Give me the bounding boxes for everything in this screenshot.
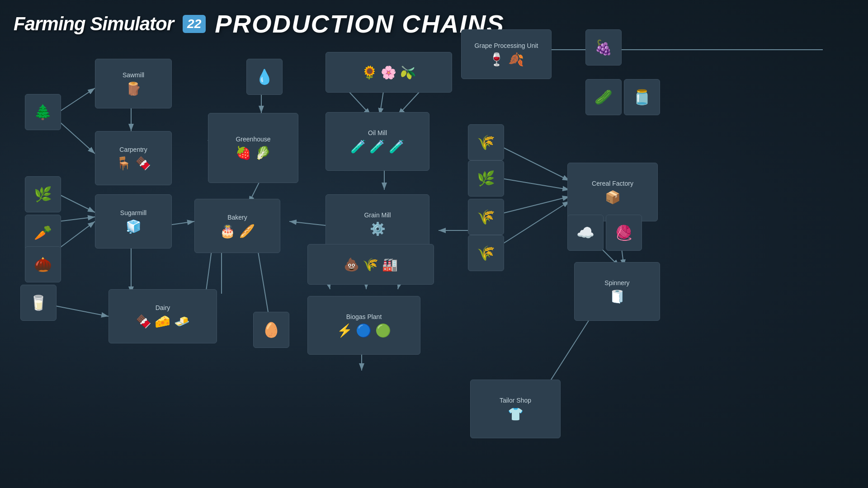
resource-egg: 🥚	[253, 312, 289, 348]
sawmill-icons: 🪵	[126, 81, 142, 96]
bakery-icons: 🎂 🥖	[220, 224, 255, 239]
resource-milk: 🥛	[20, 285, 57, 321]
sugarmill-label: Sugarmill	[120, 209, 146, 216]
grain-mill-label: Grain Mill	[364, 211, 391, 219]
node-greenhouse: Greenhouse 🍓 🥬	[208, 113, 298, 183]
oil-input-icons: 🌻 🌸 🫒	[362, 65, 416, 80]
version-badge: 22	[183, 15, 206, 33]
node-carpentry: Carpentry 🪑 🍫	[95, 131, 172, 185]
resource-grain2: 🌿	[468, 160, 504, 197]
resource-pickle: 🥒	[585, 79, 622, 115]
svg-line-2	[59, 121, 95, 154]
spinnery-icons: 🧻	[609, 289, 625, 304]
logo-text: Farming Simulator	[14, 13, 174, 35]
resource-carrot: 🥕	[25, 215, 61, 251]
greenhouse-icons: 🍓 🥬	[236, 145, 271, 160]
carpentry-icons: 🪑 🍫	[116, 156, 151, 171]
sugarmill-icons: 🧊	[126, 219, 142, 234]
biogas-plant-label: Biogas Plant	[346, 313, 382, 320]
svg-line-6	[59, 217, 95, 221]
dairy-icons: 🍫 🧀 🧈	[136, 314, 190, 329]
spinnery-label: Spinnery	[604, 279, 629, 286]
resource-grain4: 🌾	[468, 235, 504, 271]
resource-cotton: ☁️	[567, 215, 604, 251]
node-oil-mill: Oil Mill 🧪 🧪 🧪	[326, 112, 429, 171]
greenhouse-label: Greenhouse	[236, 136, 270, 143]
resource-bamboo: 🌿	[25, 176, 61, 212]
oil-mill-icons: 🧪 🧪 🧪	[350, 139, 405, 154]
node-biogas-inputs: 💩 🌾 🏭	[307, 244, 434, 285]
bakery-label: Bakery	[227, 214, 247, 221]
resource-water: 💧	[246, 59, 283, 95]
cereal-factory-icons: 📦	[605, 190, 621, 205]
node-sawmill: Sawmill 🪵	[95, 59, 172, 108]
grape-processing-icons: 🍷 🍂	[489, 52, 524, 67]
resource-jam: 🫙	[624, 79, 660, 115]
tailor-shop-icons: 👕	[508, 407, 524, 422]
resource-grain3: 🌾	[468, 199, 504, 235]
svg-line-1	[59, 88, 95, 112]
node-sugarmill: Sugarmill 🧊	[95, 194, 172, 249]
biogas-plant-icons: ⚡ 🔵 🟢	[337, 323, 392, 338]
grain-mill-icons: ⚙️	[370, 221, 386, 236]
header: Farming Simulator 22 PRODUCTION CHAINS	[14, 9, 505, 38]
node-oil-inputs: 🌻 🌸 🫒	[326, 52, 452, 93]
node-cereal-factory: Cereal Factory 📦	[567, 163, 658, 221]
dairy-label: Dairy	[156, 304, 170, 311]
node-spinnery: Spinnery 🧻	[574, 262, 660, 321]
svg-line-5	[59, 194, 95, 212]
resource-grape: 🍇	[585, 29, 622, 66]
node-dairy: Dairy 🍫 🧀 🧈	[108, 289, 217, 343]
biogas-input-icons: 💩 🌾 🏭	[344, 257, 398, 272]
node-bakery: Bakery 🎂 🥖	[194, 199, 280, 253]
oil-mill-label: Oil Mill	[368, 129, 387, 136]
carpentry-label: Carpentry	[119, 146, 147, 153]
grape-processing-label: Grape Processing Unit	[475, 42, 538, 49]
sawmill-label: Sawmill	[123, 71, 144, 79]
resource-tree: 🌲	[25, 94, 61, 130]
node-biogas-plant: Biogas Plant ⚡ 🔵 🟢	[307, 296, 420, 355]
resource-seeds: 🌰	[25, 246, 61, 282]
svg-line-7	[59, 221, 95, 249]
node-grape-processing: Grape Processing Unit 🍷 🍂	[461, 29, 552, 79]
node-tailor-shop: Tailor Shop 👕	[470, 380, 561, 438]
resource-grain1: 🌾	[468, 124, 504, 160]
tailor-shop-label: Tailor Shop	[500, 397, 531, 404]
cereal-factory-label: Cereal Factory	[592, 180, 633, 187]
resource-wool: 🧶	[606, 215, 642, 251]
